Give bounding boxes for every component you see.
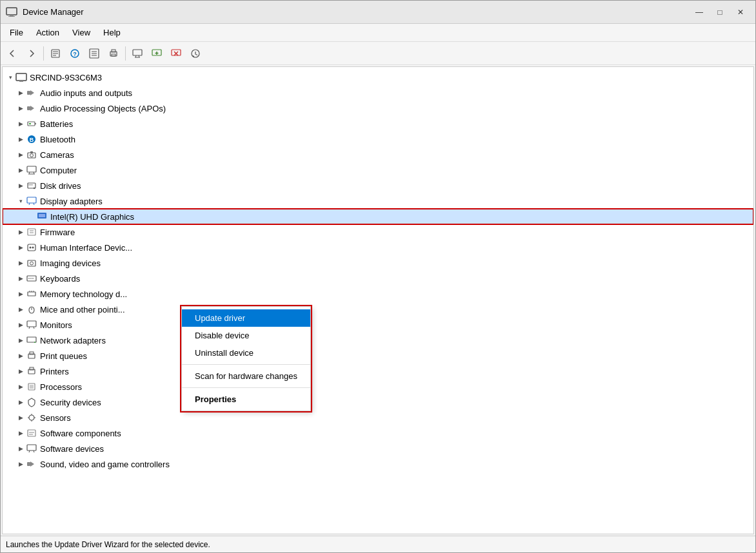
maximize-button[interactable]: □ [710,5,730,20]
tree-item-processors[interactable]: ▶ Processors [3,379,753,394]
tree-item-sound[interactable]: ▶ Sound, video and game controllers [3,456,753,472]
svg-rect-25 [16,73,26,81]
menu-help[interactable]: Help [97,25,127,40]
keyboards-icon [26,273,37,284]
svg-rect-31 [29,123,31,124]
svg-rect-49 [28,229,35,235]
ctx-scan-hardware[interactable]: Scan for hardware changes [182,367,310,385]
disk-expand: ▶ [15,180,26,191]
svg-rect-70 [27,337,36,342]
tree-item-monitors[interactable]: ▶ Monitors [3,317,753,333]
intel-label: Intel(R) UHD Graphics [50,212,134,222]
update-button[interactable] [186,44,204,63]
tree-item-sw-components[interactable]: ▶ Software components [3,425,753,441]
root-expand-arrow: ▾ [5,72,15,82]
ctx-disable-device[interactable]: Disable device [182,327,310,344]
sensors-label: Sensors [40,413,71,423]
close-button[interactable]: ✕ [731,5,750,20]
tree-item-audio[interactable]: ▶ Audio inputs and outputs [3,85,753,101]
svg-rect-27 [27,91,30,95]
computer-label: Computer [40,166,77,175]
ctx-update-driver[interactable]: Update driver [182,309,310,327]
back-button[interactable] [3,44,21,63]
svg-rect-21 [172,50,181,55]
svg-rect-37 [27,166,36,172]
ctx-properties[interactable]: Properties [182,391,310,408]
tree-item-display[interactable]: ▾ Display adapters [3,193,753,209]
disk-label: Disk drives [40,181,81,191]
firmware-label: Firmware [40,228,75,237]
monitor-button[interactable] [128,44,146,63]
svg-rect-83 [28,430,35,436]
menu-action[interactable]: Action [30,25,66,40]
tree-item-security[interactable]: ▶ Security devices [3,394,753,410]
svg-rect-1 [10,15,14,16]
sw-components-expand: ▶ [15,428,26,438]
bluetooth-expand: ▶ [15,134,26,144]
svg-point-35 [30,154,34,157]
app-icon [6,6,17,18]
tree-item-imaging[interactable]: ▶ Imaging devices [3,255,753,271]
svg-rect-30 [35,123,36,124]
intel-icon [36,211,48,222]
network-expand: ▶ [15,335,26,345]
tree-item-disk[interactable]: ▶ Disk drives [3,178,753,193]
hid-icon [26,242,37,253]
tree-item-hid[interactable]: ▶ Human Interface Devic... [3,240,753,255]
tree-item-printq[interactable]: ▶ Print queues [3,348,753,364]
mice-label: Mice and other pointi... [40,305,125,315]
tree-root[interactable]: ▾ SRCIND-9S3C6M3 [3,70,753,85]
ctx-uninstall-device[interactable]: Uninstall device [182,344,310,362]
tree-item-cameras[interactable]: ▶ Cameras [3,147,753,162]
tree-item-firmware[interactable]: ▶ Firmware [3,224,753,240]
menu-file[interactable]: File [3,25,30,40]
tree-item-keyboards[interactable]: ▶ Keyboards [3,271,753,286]
tree-item-sensors[interactable]: ▶ Sensors [3,410,753,425]
title-bar: Device Manager — □ ✕ [1,1,755,24]
minimize-button[interactable]: — [690,5,709,20]
apo-label: Audio Processing Objects (APOs) [40,104,166,113]
add-button[interactable] [148,44,166,63]
svg-rect-67 [27,321,36,327]
tree-item-apo[interactable]: ▶ Audio Processing Objects (APOs) [3,101,753,116]
security-expand: ▶ [15,397,26,407]
tree-item-memory[interactable]: ▶ Memory technology d... [3,286,753,302]
mice-icon [26,304,37,315]
tree-item-printers[interactable]: ▶ Printers [3,364,753,379]
svg-point-71 [34,342,35,343]
tree-item-sw-devices[interactable]: ▶ Software devices [3,441,753,456]
remove-button[interactable] [167,44,185,63]
printers-icon [26,365,37,377]
help-button[interactable]: ? [66,44,84,63]
batteries-label: Batteries [40,119,73,129]
svg-point-54 [32,247,34,249]
sw-components-label: Software components [40,429,121,438]
sw-devices-expand: ▶ [15,443,26,454]
properties-button[interactable] [46,44,65,63]
svg-rect-43 [28,184,33,186]
print-button[interactable] [104,44,123,63]
svg-rect-16 [133,50,142,55]
sw-devices-icon [26,443,37,454]
svg-rect-0 [6,8,17,15]
sensors-icon [26,412,37,423]
keyboards-expand: ▶ [15,273,26,284]
tree-item-network[interactable]: ▶ Network adapters [3,333,753,348]
ctx-sep-1 [182,364,310,365]
menu-view[interactable]: View [66,25,97,40]
forward-button[interactable] [23,44,41,63]
details-button[interactable] [85,44,103,63]
printq-icon [26,350,37,362]
hid-label: Human Interface Devic... [40,243,132,253]
svg-text:?: ? [73,51,77,57]
tree-item-batteries[interactable]: ▶ Batteries [3,116,753,131]
imaging-label: Imaging devices [40,258,101,268]
window-title: Device Manager [23,7,84,17]
tree-item-bluetooth[interactable]: ▶ B Bluetooth [3,131,753,147]
tree-item-mice[interactable]: ▶ Mice and other pointi... [3,302,753,317]
tree-item-intel-uhd[interactable]: Intel(R) UHD Graphics [3,209,753,224]
tree-item-computer[interactable]: ▶ Computer [3,162,753,178]
ctx-sep-2 [182,387,310,388]
device-tree[interactable]: ▾ SRCIND-9S3C6M3 ▶ Audio inputs and outp… [2,66,754,534]
cameras-expand: ▶ [15,150,26,160]
